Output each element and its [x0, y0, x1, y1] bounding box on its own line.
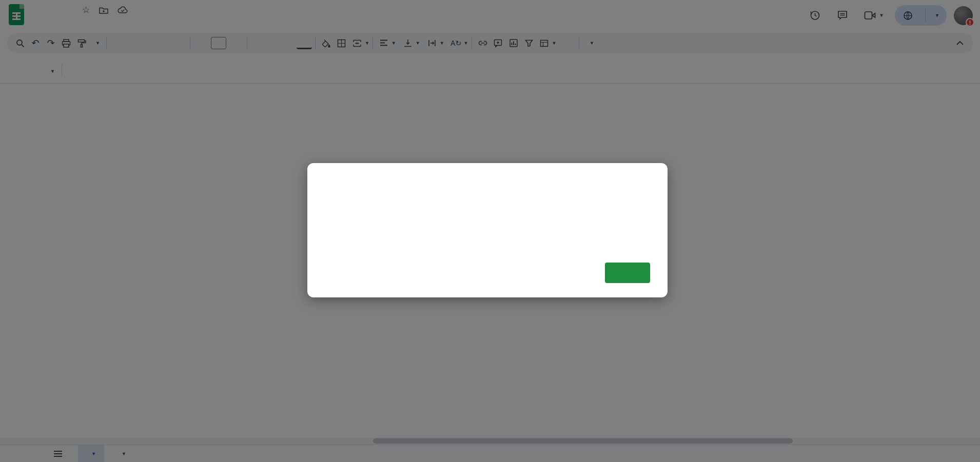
dialog-ok-button[interactable] [605, 263, 650, 283]
error-dialog [307, 163, 668, 297]
